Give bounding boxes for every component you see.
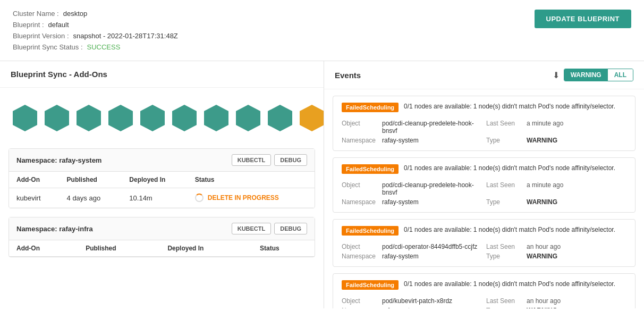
event-object-value: pod/cdi-operator-84494dffb5-ccjfz (382, 243, 477, 250)
addon-name: kubevirt (9, 188, 60, 208)
delete-status: DELETE IN PROGRESS (195, 194, 307, 202)
event-object-row: Object pod/cdi-operator-84494dffb5-ccjfz (342, 243, 482, 250)
event-message: 0/1 nodes are available: 1 node(s) didn'… (404, 280, 615, 288)
filter-buttons: WARNING ALL (564, 69, 633, 81)
main-content: Blueprint Sync - Add-Ons Namespace: rafa… (0, 61, 644, 308)
blueprint-version-label: Blueprint Version : (13, 32, 69, 40)
svg-marker-6 (204, 105, 228, 131)
table-row: kubevirt 4 days ago 10.14m DELETE IN PRO… (9, 188, 315, 208)
event-object-value: pod/kubevirt-patch-x8rdz (382, 297, 452, 305)
filter-warning-button[interactable]: WARNING (564, 69, 608, 81)
event-type-row: Type WARNING (486, 137, 626, 144)
event-lastseen-value: a minute ago (527, 120, 563, 135)
event-namespace-row: Namespace rafay-system (342, 198, 482, 206)
blueprint-value: default (48, 21, 69, 29)
filter-all-button[interactable]: ALL (608, 69, 633, 81)
events-title: Events (335, 71, 361, 80)
events-header: Events ⬇ WARNING ALL (324, 61, 644, 89)
event-namespace-label: Namespace (342, 307, 379, 308)
event-namespace-row: Namespace rafay-system (342, 137, 482, 144)
namespace-header-rafay-infra: Namespace: rafay-infra KUBECTL DEBUG (9, 217, 315, 240)
event-top-row: FailedScheduling 0/1 nodes are available… (342, 280, 626, 293)
event-lastseen-value: an hour ago (527, 297, 561, 305)
addon-published: 4 days ago (60, 188, 122, 208)
events-controls: ⬇ WARNING ALL (553, 69, 633, 81)
update-blueprint-button[interactable]: UPDATE BLUEPRINT (535, 10, 631, 28)
col-addon-infra: Add-On (9, 240, 78, 257)
event-badge: FailedScheduling (342, 280, 399, 290)
cluster-name-value: desktop (63, 10, 88, 18)
namespace-title-rafay-system: Namespace: rafay-system (16, 156, 101, 164)
event-lastseen-label: Last Seen (486, 181, 523, 196)
event-object-value: pod/cdi-cleanup-predelete-hook-bnsvf (382, 120, 482, 135)
delete-label: DELETE IN PROGRESS (208, 194, 279, 202)
event-type-row: Type WARNING (486, 307, 626, 308)
event-lastseen-row: Last Seen a minute ago (486, 120, 626, 135)
hexagon-0 (11, 104, 39, 132)
event-top-row: FailedScheduling 0/1 nodes are available… (342, 164, 626, 177)
svg-marker-1 (45, 105, 69, 131)
event-top-row: FailedScheduling 0/1 nodes are available… (342, 226, 626, 239)
col-status-infra: Status (252, 240, 315, 257)
col-addon: Add-On (9, 172, 60, 188)
event-badge: FailedScheduling (342, 103, 399, 112)
hexagon-row (0, 88, 324, 148)
event-object-label: Object (342, 297, 379, 305)
addons-title: Blueprint Sync - Add-Ons (0, 61, 324, 88)
event-object-label: Object (342, 120, 379, 135)
event-lastseen-value: a minute ago (527, 181, 563, 196)
blueprint-sync-row: Blueprint Sync Status : SUCCESS (13, 43, 178, 51)
col-published: Published (60, 172, 122, 188)
event-namespace-label: Namespace (342, 137, 379, 144)
event-object-row: Object pod/cdi-cleanup-predelete-hook-bn… (342, 181, 482, 196)
namespace-title-rafay-infra: Namespace: rafay-infra (16, 225, 93, 233)
blueprint-label: Blueprint : (13, 21, 44, 29)
event-type-value: WARNING (527, 198, 557, 206)
event-badge: FailedScheduling (342, 164, 399, 174)
event-card-0: FailedScheduling 0/1 nodes are available… (333, 96, 635, 151)
event-top-row: FailedScheduling 0/1 nodes are available… (342, 103, 626, 115)
svg-marker-2 (77, 105, 101, 131)
spinner-icon (195, 194, 204, 202)
event-lastseen-row: Last Seen an hour ago (486, 297, 626, 305)
event-namespace-value: rafay-system (382, 307, 419, 308)
namespace-buttons-rafay-system: KUBECTL DEBUG (232, 154, 307, 166)
hexagon-6 (202, 104, 231, 132)
event-details: Object pod/cdi-operator-84494dffb5-ccjfz… (342, 243, 626, 260)
event-type-value: WARNING (527, 307, 557, 308)
events-container: FailedScheduling 0/1 nodes are available… (324, 96, 644, 308)
event-message: 0/1 nodes are available: 1 node(s) didn'… (404, 164, 615, 172)
namespace-header-rafay-system: Namespace: rafay-system KUBECTL DEBUG (9, 149, 315, 172)
debug-button-rafay-system[interactable]: DEBUG (274, 154, 307, 166)
blueprint-version-value: snapshot - 2022-01-28T17:31:48Z (73, 32, 178, 40)
kubectl-button-rafay-infra[interactable]: KUBECTL (232, 223, 272, 234)
hexagon-7 (234, 104, 262, 132)
event-namespace-value: rafay-system (382, 198, 419, 206)
hexagon-9 (298, 104, 324, 132)
event-type-label: Type (486, 253, 523, 260)
download-icon[interactable]: ⬇ (553, 70, 560, 80)
event-type-label: Type (486, 137, 523, 144)
event-type-value: WARNING (527, 137, 557, 144)
debug-button-rafay-infra[interactable]: DEBUG (274, 223, 307, 234)
event-namespace-label: Namespace (342, 253, 379, 260)
svg-marker-7 (236, 105, 260, 131)
addon-status: DELETE IN PROGRESS (188, 188, 315, 208)
event-details: Object pod/cdi-cleanup-predelete-hook-bn… (342, 181, 626, 206)
kubectl-button-rafay-system[interactable]: KUBECTL (232, 154, 272, 166)
event-type-label: Type (486, 307, 523, 308)
event-namespace-value: rafay-system (382, 253, 419, 260)
event-message: 0/1 nodes are available: 1 node(s) didn'… (404, 226, 615, 233)
addon-table-rafay-system: Add-On Published Deployed In Status kube… (9, 172, 315, 208)
event-namespace-row: Namespace rafay-system (342, 307, 482, 308)
hexagon-2 (74, 104, 103, 132)
blueprint-version-row: Blueprint Version : snapshot - 2022-01-2… (13, 32, 178, 40)
svg-marker-0 (13, 105, 37, 131)
svg-marker-3 (108, 105, 133, 131)
col-deployed-in: Deployed In (122, 172, 187, 188)
event-badge: FailedScheduling (342, 226, 399, 236)
event-lastseen-label: Last Seen (486, 120, 523, 135)
event-object-row: Object pod/kubevirt-patch-x8rdz (342, 297, 482, 305)
event-card-2: FailedScheduling 0/1 nodes are available… (333, 219, 635, 267)
svg-marker-9 (300, 105, 324, 131)
